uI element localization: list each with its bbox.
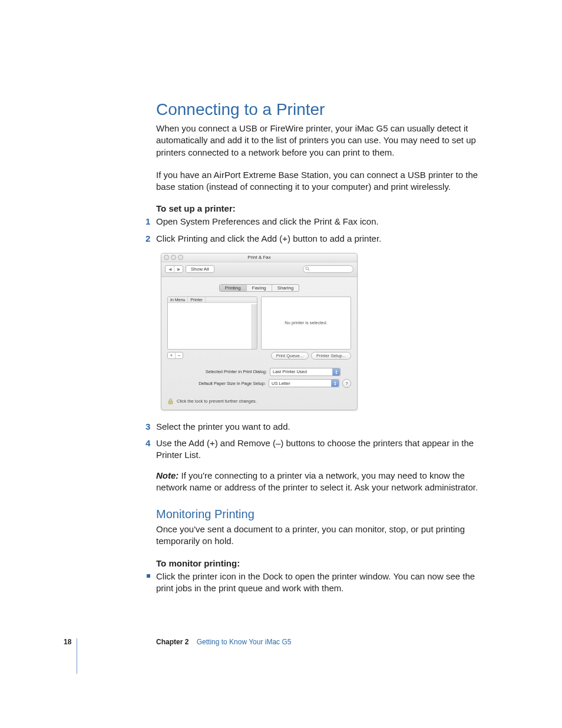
step-3: 3Select the printer you want to add. — [156, 421, 485, 433]
tab-printing[interactable]: Printing — [220, 285, 247, 291]
print-queue-button[interactable]: Print Queue... — [271, 352, 309, 360]
col-printer: Printer — [188, 297, 206, 302]
chevron-updown-icon: ▲▼ — [331, 380, 339, 387]
step-1: 1Open System Preferences and click the P… — [156, 216, 485, 228]
default-paper-label: Default Paper Size in Page Setup: — [167, 381, 266, 386]
forward-icon[interactable]: ▶ — [174, 266, 183, 272]
printer-list[interactable]: In Menu Printer — [167, 297, 257, 350]
note-label: Note: — [156, 470, 181, 480]
intro-paragraph-2: If you have an AirPort Extreme Base Stat… — [156, 169, 485, 193]
subsection-heading: Monitoring Printing — [156, 508, 485, 521]
step-4: 4Use the Add (+) and Remove (–) buttons … — [156, 437, 485, 462]
no-printer-text: No printer is selected. — [285, 320, 328, 325]
chapter-title: Getting to Know Your iMac G5 — [197, 638, 292, 646]
back-icon[interactable]: ◀ — [166, 266, 174, 272]
monitor-lead: To monitor printing: — [156, 558, 485, 568]
tab-faxing[interactable]: Faxing — [247, 285, 272, 291]
add-button[interactable]: + — [168, 353, 176, 358]
step-2: 2Click Printing and click the Add (+) bu… — [156, 233, 485, 245]
tab-segmented-control: Printing Faxing Sharing — [167, 284, 351, 292]
tab-sharing[interactable]: Sharing — [272, 285, 299, 291]
page-number: 18 — [64, 638, 71, 646]
default-paper-popup[interactable]: US Letter ▲▼ — [269, 379, 339, 387]
step-4-text: Use the Add (+) and Remove (–) buttons t… — [156, 438, 474, 460]
printer-detail-pane: No printer is selected. — [261, 297, 351, 350]
printfax-window: Print & Fax ◀ ▶ Show All Printing Faxing… — [161, 253, 358, 410]
col-in-menu: In Menu — [168, 297, 188, 302]
scrollbar[interactable] — [252, 304, 257, 349]
lock-icon[interactable] — [167, 398, 174, 405]
window-titlebar: Print & Fax — [161, 253, 357, 262]
window-title: Print & Fax — [161, 255, 357, 260]
note-text: If you're connecting to a printer via a … — [156, 470, 478, 492]
bullet-1-text: Click the printer icon in the Dock to op… — [156, 571, 475, 593]
show-all-button[interactable]: Show All — [186, 265, 214, 273]
svg-rect-2 — [168, 401, 173, 404]
monitor-intro: Once you've sent a document to a printer… — [156, 523, 485, 548]
chapter-label: Chapter 2 — [156, 638, 189, 646]
chevron-updown-icon: ▲▼ — [332, 368, 340, 375]
selected-printer-popup[interactable]: Last Printer Used ▲▼ — [270, 368, 340, 376]
search-input[interactable] — [303, 265, 353, 273]
section-heading: Connecting to a Printer — [156, 100, 485, 119]
selected-printer-value: Last Printer Used — [273, 369, 307, 374]
bullet-1: Click the printer icon in the Dock to op… — [156, 571, 485, 595]
step-1-text: Open System Preferences and click the Pr… — [156, 216, 379, 226]
step-3-text: Select the printer you want to add. — [156, 421, 290, 431]
svg-line-1 — [308, 269, 309, 271]
lock-text: Click the lock to prevent further change… — [177, 398, 257, 404]
setup-lead: To set up a printer: — [156, 203, 485, 213]
footer-divider — [77, 638, 77, 674]
help-button[interactable]: ? — [342, 379, 351, 388]
svg-point-0 — [306, 267, 309, 270]
printer-setup-button[interactable]: Printer Setup... — [311, 352, 351, 360]
nav-buttons[interactable]: ◀ ▶ — [165, 265, 183, 273]
remove-button[interactable]: − — [176, 353, 183, 358]
bullet-icon — [147, 574, 150, 578]
search-icon — [305, 266, 310, 272]
step-2-text: Click Printing and click the Add (+) but… — [156, 233, 381, 243]
add-remove-buttons: + − — [167, 352, 183, 359]
selected-printer-label: Selected Printer in Print Dialog: — [167, 369, 267, 374]
note-paragraph: Note: If you're connecting to a printer … — [156, 470, 485, 494]
window-toolbar: ◀ ▶ Show All — [161, 262, 357, 277]
intro-paragraph-1: When you connect a USB or FireWire print… — [156, 123, 485, 159]
default-paper-value: US Letter — [272, 381, 290, 386]
